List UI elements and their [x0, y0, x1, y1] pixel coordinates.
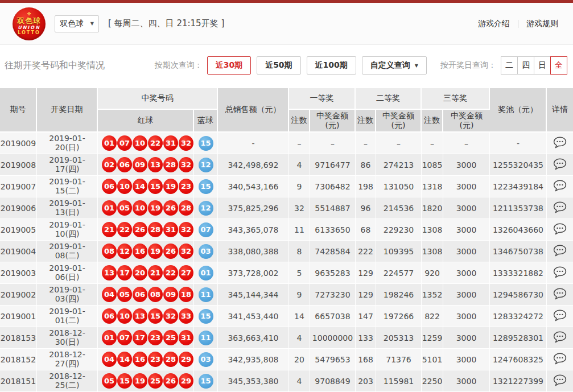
second-count-cell: 168 — [356, 349, 376, 370]
red-ball: 22 — [117, 222, 132, 237]
detail-cell — [547, 197, 573, 219]
detail-cell — [547, 133, 573, 154]
blue-ball: 15 — [199, 374, 213, 389]
second-count-cell: 86 — [356, 154, 376, 176]
blue-ball: 03 — [199, 244, 213, 259]
second-count-cell: – — [356, 133, 376, 154]
detail-comment-icon[interactable] — [553, 374, 567, 386]
detail-comment-icon[interactable] — [553, 223, 567, 235]
first-amount-cell: 9635283 — [310, 262, 356, 284]
table-row: 20190072019-01-15(二)06101415192315340,54… — [0, 176, 573, 197]
section-title: 往期开奖号码和中奖情况 — [5, 60, 105, 72]
third-amount-cell: 3000 — [443, 327, 490, 349]
third-count-cell: 822 — [422, 306, 443, 327]
detail-comment-icon[interactable] — [553, 158, 567, 170]
third-count-cell: 1318 — [422, 176, 443, 197]
blue-ball: 11 — [199, 331, 213, 345]
detail-cell — [547, 241, 573, 262]
blue-ball-cell: 12 — [194, 197, 218, 219]
detail-comment-icon[interactable] — [553, 180, 567, 192]
red-ball: 17 — [133, 330, 147, 345]
red-ball: 21 — [148, 265, 163, 280]
detail-comment-icon[interactable] — [553, 353, 567, 365]
red-ball: 19 — [148, 200, 163, 216]
blue-ball: 07 — [199, 222, 213, 237]
blue-ball: 12 — [199, 158, 213, 172]
btn-day-all[interactable]: 全 — [550, 56, 567, 75]
second-amount-cell: 115981 — [376, 370, 422, 392]
col-header-first-count: 注数 — [289, 110, 310, 133]
col-header-blue-ball: 蓝球 — [194, 110, 218, 133]
third-amount-cell: 3000 — [443, 241, 490, 262]
issue-cell: 2019002 — [0, 284, 37, 306]
period-query-label: 按期次查询： — [155, 60, 203, 71]
red-ball: 23 — [179, 179, 193, 194]
sales-cell: 342,935,808 — [218, 349, 289, 370]
red-ball: 31 — [179, 330, 193, 345]
col-header-first-prize: 一等奖 — [289, 88, 356, 110]
btn-day-tuesday[interactable]: 二 — [501, 56, 518, 75]
pool-cell: 1211353738 — [490, 197, 547, 219]
second-count-cell: 222 — [356, 241, 376, 262]
first-amount-cell: – — [310, 133, 356, 154]
red-ball: 08 — [148, 287, 163, 302]
detail-comment-icon[interactable] — [553, 288, 567, 300]
first-amount-cell: 6133650 — [310, 219, 356, 241]
detail-comment-icon[interactable] — [553, 266, 567, 278]
col-header-third-prize: 三等奖 — [422, 88, 490, 110]
link-game-rules[interactable]: 游戏规则 — [526, 19, 558, 29]
link-game-intro[interactable]: 游戏介绍 — [478, 19, 510, 29]
col-header-issue: 期号 — [0, 88, 37, 133]
red-ball: 32 — [179, 244, 193, 259]
red-ball: 01 — [102, 135, 117, 151]
sales-cell: 342,498,692 — [218, 154, 289, 176]
red-balls-cell: 010510192628 — [98, 197, 194, 219]
second-amount-cell: 274213 — [376, 154, 422, 176]
third-count-cell: 920 — [422, 262, 443, 284]
red-ball: 05 — [117, 200, 132, 216]
day-filter-group: 二 四 日 全 — [501, 56, 567, 75]
red-ball: 20 — [133, 265, 147, 280]
red-ball: 18 — [179, 287, 193, 302]
detail-comment-icon[interactable] — [553, 310, 567, 321]
detail-comment-icon[interactable] — [553, 331, 567, 343]
red-ball: 28 — [179, 200, 193, 216]
union-lotto-logo: ✤ 双色球 UNION LOTTO — [13, 7, 46, 40]
red-ball: 21 — [102, 222, 117, 237]
btn-day-sunday[interactable]: 日 — [534, 56, 551, 75]
btn-day-thursday[interactable]: 四 — [517, 56, 534, 75]
red-ball: 04 — [102, 352, 117, 367]
red-ball: 26 — [163, 200, 178, 216]
blue-ball-cell: 12 — [194, 154, 218, 176]
red-ball: 06 — [133, 287, 147, 302]
red-ball: 26 — [133, 222, 147, 237]
detail-comment-icon[interactable] — [553, 201, 567, 213]
red-ball: 09 — [133, 157, 147, 172]
third-count-cell: 1820 — [422, 197, 443, 219]
second-amount-cell: 197266 — [376, 306, 422, 327]
sales-cell: 363,663,410 — [218, 327, 289, 349]
detail-cell — [547, 176, 573, 197]
table-row: 20190042019-01-08(二)08121619263203338,08… — [0, 241, 573, 262]
red-ball: 19 — [148, 244, 163, 259]
game-select-dropdown[interactable]: 双色球 ▼ — [55, 15, 99, 32]
detail-cell — [547, 306, 573, 327]
second-amount-cell: 224577 — [376, 262, 422, 284]
detail-comment-icon[interactable] — [553, 245, 567, 257]
red-ball: 32 — [179, 222, 193, 237]
btn-last-50[interactable]: 近50期 — [257, 56, 300, 75]
btn-custom-query[interactable]: 自定义查询 ▼ — [362, 56, 427, 75]
red-ball: 22 — [163, 265, 178, 280]
first-amount-cell: 10000000 — [310, 327, 356, 349]
second-count-cell: 68 — [356, 219, 376, 241]
third-count-cell: 1085 — [422, 154, 443, 176]
sales-cell: 340,543,166 — [218, 176, 289, 197]
issue-cell: 2019007 — [0, 176, 37, 197]
col-header-second-amount: 中奖金额(元) — [376, 110, 422, 133]
detail-comment-icon[interactable] — [553, 137, 567, 148]
table-row: 20190022019-01-03(四)04050608091811345,14… — [0, 284, 573, 306]
btn-last-30[interactable]: 近30期 — [207, 56, 251, 75]
second-amount-cell: 71376 — [376, 349, 422, 370]
first-count-cell: 4 — [289, 370, 310, 392]
btn-last-100[interactable]: 近100期 — [307, 56, 356, 75]
